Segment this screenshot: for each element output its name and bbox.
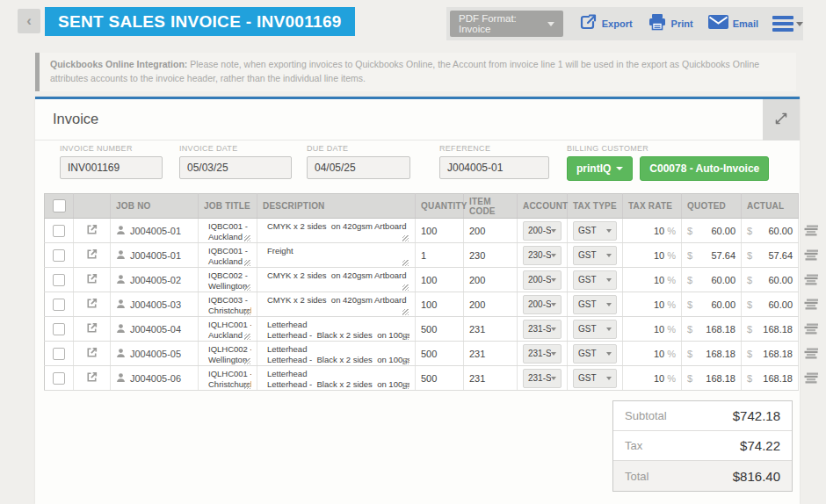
job-title-textarea[interactable]: IQBC002 - Wellington: [204, 268, 251, 292]
actual-value[interactable]: 60.00: [752, 226, 793, 236]
tax-type-select[interactable]: GST: [573, 344, 617, 364]
job-title-textarea[interactable]: IQBC003 - Christchurch: [204, 292, 251, 316]
customer-account-button[interactable]: C00078 - Auto-Invoice: [640, 156, 769, 181]
row-checkbox[interactable]: [53, 225, 65, 237]
tax-rate-value[interactable]: 10: [654, 275, 664, 285]
open-job-icon[interactable]: [85, 346, 98, 361]
tax-rate-value[interactable]: 10: [654, 250, 664, 261]
quantity-value[interactable]: 100: [421, 226, 437, 236]
row-checkbox[interactable]: [53, 372, 65, 385]
email-button[interactable]: Email: [708, 15, 758, 32]
tax-type-select[interactable]: GST: [573, 221, 617, 241]
quantity-value[interactable]: 1: [421, 250, 426, 261]
quoted-value[interactable]: 57.64: [692, 250, 735, 261]
tax-rate-value[interactable]: 10: [654, 324, 664, 335]
quoted-value[interactable]: 60.00: [692, 226, 735, 236]
tax-type-select[interactable]: GST: [573, 320, 617, 339]
quoted-value[interactable]: 168.18: [692, 373, 735, 384]
line-notes-icon[interactable]: [804, 224, 822, 235]
open-job-icon[interactable]: [85, 321, 98, 336]
item-code-value[interactable]: 230: [469, 250, 485, 261]
quantity-value[interactable]: 500: [421, 324, 437, 335]
job-title-textarea[interactable]: IQLHC001 - Auckland: [204, 317, 251, 341]
quantity-value[interactable]: 100: [421, 299, 437, 310]
line-notes-icon[interactable]: [804, 347, 822, 358]
actual-value[interactable]: 168.18: [752, 324, 793, 335]
actual-value[interactable]: 168.18: [752, 373, 793, 384]
quoted-value[interactable]: 60.00: [692, 299, 735, 310]
invoice-date-input[interactable]: 05/03/25: [179, 156, 292, 179]
job-title-textarea[interactable]: IQLHC002 - Wellington: [204, 342, 251, 365]
line-notes-icon[interactable]: [804, 248, 822, 260]
item-code-value[interactable]: 231: [469, 324, 485, 335]
due-date-input[interactable]: 04/05/25: [307, 156, 410, 179]
account-select[interactable]: 230-Sal...: [523, 246, 562, 265]
job-no-cell: J004005-06: [111, 366, 199, 391]
actual-value[interactable]: 168.18: [752, 349, 793, 359]
tax-rate-value[interactable]: 10: [654, 373, 664, 384]
tax-type-select[interactable]: GST: [573, 270, 617, 290]
line-notes-icon[interactable]: [804, 371, 822, 383]
line-notes-icon[interactable]: [804, 273, 822, 284]
tax-type-select[interactable]: GST: [573, 295, 617, 314]
select-all-header: [45, 194, 74, 219]
row-checkbox[interactable]: [53, 348, 65, 360]
account-select[interactable]: 200-Sales: [523, 295, 562, 314]
invoice-number-input[interactable]: INV001169: [60, 156, 163, 179]
quoted-value[interactable]: 168.18: [692, 324, 735, 335]
quantity-value[interactable]: 500: [421, 373, 437, 384]
customer-dropdown-button[interactable]: printIQ: [567, 156, 633, 181]
expand-button[interactable]: [763, 99, 800, 140]
line-notes-icon[interactable]: [804, 322, 822, 334]
job-title-textarea[interactable]: IQBC001 - Auckland: [204, 219, 251, 242]
quantity-value[interactable]: 500: [421, 349, 437, 359]
back-button[interactable]: ‹: [18, 9, 40, 33]
item-code-value[interactable]: 231: [469, 373, 485, 384]
description-textarea[interactable]: CMYK x 2 sides on 420gsm Artboard: [263, 268, 409, 292]
actual-value[interactable]: 60.00: [752, 275, 793, 285]
description-textarea[interactable]: CMYK x 2 sides on 420gsm Artboard: [263, 219, 409, 242]
row-checkbox[interactable]: [53, 249, 65, 262]
quoted-value[interactable]: 168.18: [692, 349, 735, 359]
item-code-value[interactable]: 200: [469, 226, 485, 236]
row-checkbox[interactable]: [53, 323, 65, 335]
more-actions-menu-button[interactable]: [772, 16, 803, 32]
quantity-value[interactable]: 100: [421, 275, 437, 285]
tax-rate-value[interactable]: 10: [654, 349, 664, 359]
description-textarea[interactable]: Letterhead Letterhead - Black x 2 sides …: [263, 366, 409, 390]
item-code-value[interactable]: 200: [469, 275, 485, 285]
row-checkbox[interactable]: [53, 299, 65, 311]
item-code-value[interactable]: 200: [469, 299, 485, 310]
actual-value[interactable]: 57.64: [752, 250, 793, 261]
select-all-checkbox[interactable]: [53, 199, 66, 212]
tax-type-select[interactable]: GST: [573, 369, 617, 388]
description-textarea[interactable]: Freight: [263, 243, 409, 267]
tax-rate-value[interactable]: 10: [654, 299, 664, 310]
tax-type-select[interactable]: GST: [573, 246, 617, 265]
item-code-value[interactable]: 231: [469, 349, 485, 359]
account-select[interactable]: 200-Sales: [523, 270, 562, 290]
print-button[interactable]: Print: [648, 13, 693, 34]
open-job-icon[interactable]: [85, 223, 98, 238]
open-job-icon[interactable]: [85, 297, 98, 312]
job-title-textarea[interactable]: IQBC001 - Auckland: [204, 243, 251, 267]
open-job-icon[interactable]: [85, 272, 98, 287]
description-textarea[interactable]: Letterhead Letterhead - Black x 2 sides …: [263, 317, 409, 341]
row-checkbox[interactable]: [53, 274, 65, 286]
reference-input[interactable]: J004005-01: [439, 156, 549, 179]
job-title-textarea[interactable]: IQLHC001 - Christchurch: [204, 366, 251, 390]
account-select[interactable]: 231-Sal...: [523, 344, 562, 364]
export-button[interactable]: Export: [578, 13, 633, 34]
open-job-icon[interactable]: [85, 248, 98, 263]
actual-value[interactable]: 60.00: [752, 299, 793, 310]
pdf-format-dropdown[interactable]: PDF Format: Invoice: [450, 11, 563, 37]
account-select[interactable]: 200-Sales: [523, 221, 562, 241]
quoted-value[interactable]: 60.00: [692, 275, 735, 285]
open-job-icon[interactable]: [85, 371, 98, 385]
tax-rate-value[interactable]: 10: [654, 226, 664, 236]
account-select[interactable]: 231-Sal...: [523, 369, 562, 388]
account-select[interactable]: 231-Sal...: [523, 320, 562, 339]
description-textarea[interactable]: Letterhead Letterhead - Black x 2 sides …: [263, 342, 409, 365]
description-textarea[interactable]: CMYK x 2 sides on 420gsm Artboard: [263, 292, 409, 316]
line-notes-icon[interactable]: [804, 298, 822, 309]
